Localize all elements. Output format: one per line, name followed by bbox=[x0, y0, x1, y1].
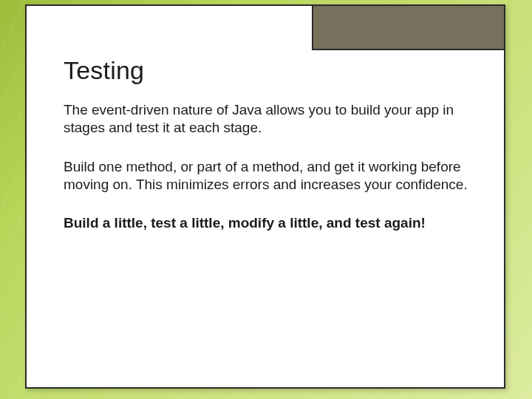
paragraph-1: The event-driven nature of Java allows y… bbox=[64, 101, 474, 137]
paragraph-3: Build a little, test a little, modify a … bbox=[64, 214, 474, 232]
slide-content: Testing The event-driven nature of Java … bbox=[64, 56, 474, 253]
slide-title: Testing bbox=[64, 56, 474, 85]
accent-box bbox=[312, 4, 505, 50]
slide-card: Testing The event-driven nature of Java … bbox=[25, 4, 505, 389]
paragraph-2: Build one method, or part of a method, a… bbox=[64, 158, 474, 194]
